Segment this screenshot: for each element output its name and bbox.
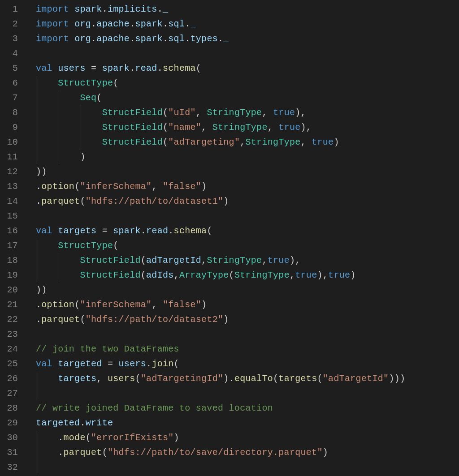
code-line: .mode("errorIfExists") xyxy=(36,430,459,445)
code-token: StringType xyxy=(234,270,290,280)
code-token xyxy=(69,19,74,29)
code-line: import spark.implicits._ xyxy=(36,2,459,17)
code-token: "errorIfExists" xyxy=(91,433,174,443)
code-token: spark xyxy=(102,63,130,73)
code-token: StructType xyxy=(58,78,113,88)
code-token: apache xyxy=(96,19,130,29)
code-token xyxy=(36,240,58,251)
code-token: true xyxy=(278,122,300,133)
code-token: StructField xyxy=(80,270,140,280)
line-number: 21 xyxy=(0,297,26,312)
line-number: 20 xyxy=(0,283,26,297)
code-token: targets xyxy=(58,373,96,384)
code-token xyxy=(36,373,58,384)
code-token: users xyxy=(119,359,147,369)
line-number: 23 xyxy=(0,327,26,342)
code-token: , xyxy=(196,107,207,118)
code-line: .option("inferSchema", "false") xyxy=(36,297,459,312)
code-token: "adTargetId" xyxy=(323,373,389,384)
code-token: . xyxy=(163,34,168,44)
code-token: ( xyxy=(317,373,322,384)
code-token xyxy=(52,359,58,369)
code-token: ), xyxy=(301,122,312,133)
line-number-gutter: 1234567891011121314151617181920212223242… xyxy=(0,0,26,475)
code-token: sql xyxy=(168,19,185,29)
code-token: , xyxy=(152,300,163,310)
code-token: ( xyxy=(113,78,118,88)
code-token: spark xyxy=(135,34,163,44)
code-token: ( xyxy=(196,63,201,73)
code-token: _ xyxy=(163,4,168,14)
code-line: .parquet("hdfs://path/to/dataset2") xyxy=(36,312,459,327)
code-line: val targets = spark.read.schema( xyxy=(36,223,459,238)
code-token: "inferSchema" xyxy=(80,300,152,310)
code-token: , xyxy=(201,122,212,133)
code-token: ( xyxy=(141,270,146,280)
code-token: "adTargeting" xyxy=(168,137,240,147)
code-token: . xyxy=(157,4,163,14)
code-token: . xyxy=(185,19,190,29)
code-token: ( xyxy=(135,373,140,384)
code-token: read xyxy=(135,63,157,73)
code-token: . xyxy=(157,63,163,73)
code-line: targets, users("adTargetingId").equalTo(… xyxy=(36,371,459,386)
code-token: . xyxy=(36,196,41,206)
code-token: . xyxy=(163,19,168,29)
code-line: Seq( xyxy=(36,90,459,105)
code-token: . xyxy=(130,34,135,44)
code-token: ( xyxy=(74,300,80,310)
line-number: 15 xyxy=(0,209,26,223)
code-token: . xyxy=(36,433,64,443)
line-number: 11 xyxy=(0,150,26,164)
code-token: , xyxy=(290,270,295,280)
code-token: ) xyxy=(350,270,355,280)
code-token: . xyxy=(91,34,96,44)
code-token: ( xyxy=(74,181,80,192)
code-token: StringType xyxy=(207,107,262,118)
code-line: ) xyxy=(36,150,459,164)
code-token: ( xyxy=(273,373,278,384)
code-line: val users = spark.read.schema( xyxy=(36,61,459,76)
code-token: true xyxy=(328,270,350,280)
code-token: . xyxy=(36,181,41,192)
code-token: ) xyxy=(174,433,179,443)
code-token: "uId" xyxy=(168,107,196,118)
code-token: . xyxy=(141,226,146,236)
code-token: . xyxy=(218,34,223,44)
line-number: 4 xyxy=(0,46,26,61)
code-token: targets xyxy=(278,373,317,384)
code-token: ). xyxy=(223,373,234,384)
code-token: ( xyxy=(113,240,118,251)
code-token: adIds xyxy=(146,270,174,280)
code-line: // join the two DataFrames xyxy=(36,342,459,356)
code-token: "inferSchema" xyxy=(80,181,152,192)
code-token: "hdfs://path/to/save/directory.parquet" xyxy=(108,447,323,458)
line-number: 12 xyxy=(0,164,26,179)
line-number: 28 xyxy=(0,401,26,416)
code-token: org xyxy=(74,34,91,44)
code-token: "hdfs://path/to/dataset1" xyxy=(86,196,224,206)
code-token: parquet xyxy=(64,447,102,458)
code-token: targeted xyxy=(58,359,102,369)
code-token: true xyxy=(268,255,290,266)
code-token: . xyxy=(80,418,85,428)
code-token: spark xyxy=(113,226,141,236)
code-token xyxy=(52,63,58,73)
line-number: 2 xyxy=(0,17,26,31)
code-token: val xyxy=(36,359,52,369)
code-token: equalTo xyxy=(234,373,273,384)
code-line: )) xyxy=(36,283,459,297)
code-token: ( xyxy=(174,359,179,369)
code-token: ))) xyxy=(389,373,405,384)
line-number: 24 xyxy=(0,342,26,356)
code-token xyxy=(69,4,74,14)
line-number: 16 xyxy=(0,223,26,238)
code-area[interactable]: import spark.implicits._import org.apach… xyxy=(26,0,459,475)
code-token: . xyxy=(168,226,173,236)
line-number: 19 xyxy=(0,268,26,283)
line-number: 32 xyxy=(0,460,26,475)
code-line: val targeted = users.join( xyxy=(36,356,459,371)
code-token: val xyxy=(36,63,52,73)
code-line: import org.apache.spark.sql.types._ xyxy=(36,31,459,46)
line-number: 5 xyxy=(0,61,26,76)
